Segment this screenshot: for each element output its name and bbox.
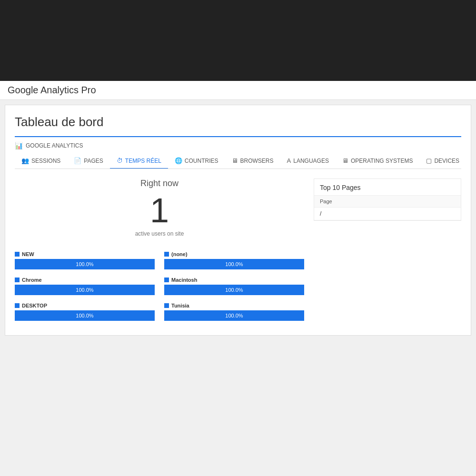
active-users-label: active users on site	[15, 230, 304, 237]
metric-label-5: Tunisia	[164, 303, 304, 308]
content-area: Right now 1 active users on site NEW100.…	[15, 178, 461, 321]
tab-label-pages: PAGES	[84, 158, 103, 164]
metric-label-text-0: NEW	[22, 251, 34, 257]
metric-bar-container-2: 100.0%	[15, 285, 155, 295]
metric-label-text-5: Tunisia	[171, 303, 189, 308]
tab-icon-operating-systems: 🖥	[342, 157, 348, 164]
metric-bar-container-1: 100.0%	[164, 259, 304, 269]
metric-label-text-2: Chrome	[22, 277, 42, 283]
metric-item-2: Chrome100.0%	[15, 277, 155, 295]
tab-icon-languages: A	[287, 157, 291, 164]
right-now-title: Right now	[15, 178, 304, 188]
tabs-container: 👥SESSIONS📄PAGES⏱TEMPS RÉEL🌐COUNTRIES🖥BRO…	[15, 153, 461, 169]
metric-label-0: NEW	[15, 251, 155, 257]
metric-bar-1: 100.0%	[164, 259, 304, 269]
metric-label-text-1: (none)	[171, 251, 188, 257]
top-bar	[0, 0, 476, 81]
metric-bar-container-3: 100.0%	[164, 285, 304, 295]
metric-dot-3	[164, 278, 169, 282]
tab-icon-pages: 📄	[74, 157, 81, 164]
metrics-grid: NEW100.0%(none)100.0%Chrome100.0%Macinto…	[15, 251, 304, 321]
metric-dot-5	[164, 303, 169, 308]
metric-item-3: Macintosh100.0%	[164, 277, 304, 295]
metric-label-3: Macintosh	[164, 277, 304, 283]
tab-browsers[interactable]: 🖥BROWSERS	[225, 153, 280, 169]
metric-bar-5: 100.0%	[164, 310, 304, 321]
right-panel: Top 10 Pages Page /	[314, 178, 461, 321]
tab-label-languages: LANGUAGES	[293, 158, 329, 164]
metric-dot-1	[164, 252, 169, 257]
metric-bar-0: 100.0%	[15, 259, 155, 269]
top10-row-0: /	[314, 208, 461, 220]
left-panel: Right now 1 active users on site NEW100.…	[15, 178, 304, 321]
metric-label-2: Chrome	[15, 277, 155, 283]
metric-item-1: (none)100.0%	[164, 251, 304, 269]
tab-label-browsers: BROWSERS	[240, 158, 274, 164]
main-container: Tableau de bord 📊 GOOGLE ANALYTICS 👥SESS…	[5, 105, 471, 336]
metric-bar-4: 100.0%	[15, 310, 155, 321]
tab-devices[interactable]: ▢DEVICES	[419, 153, 461, 169]
tab-countries[interactable]: 🌐COUNTRIES	[168, 153, 225, 169]
metric-label-text-4: DESKTOP	[22, 303, 47, 308]
top10-col-page: Page	[314, 196, 461, 208]
tab-operating-systems[interactable]: 🖥OPERATING SYSTEMS	[336, 153, 419, 169]
ga-label: 📊 GOOGLE ANALYTICS	[15, 142, 461, 149]
top10-title: Top 10 Pages	[314, 179, 461, 195]
metric-dot-0	[15, 252, 20, 257]
metric-label-text-3: Macintosh	[171, 277, 197, 283]
metric-item-4: DESKTOP100.0%	[15, 303, 155, 321]
blue-divider	[15, 136, 461, 137]
ga-label-text: GOOGLE ANALYTICS	[26, 142, 83, 149]
tab-languages[interactable]: ALANGUAGES	[280, 153, 336, 169]
dashboard-title: Tableau de bord	[15, 115, 461, 129]
metric-label-1: (none)	[164, 251, 304, 257]
footer-bg	[0, 340, 476, 464]
metric-item-0: NEW100.0%	[15, 251, 155, 269]
tab-icon-devices: ▢	[426, 157, 432, 164]
metric-dot-2	[15, 278, 20, 282]
page-title-bar: Google Analytics Pro	[0, 81, 476, 100]
tab-pages[interactable]: 📄PAGES	[67, 153, 109, 169]
top10-cell-page-0: /	[314, 208, 461, 220]
metric-bar-container-0: 100.0%	[15, 259, 155, 269]
metric-item-5: Tunisia100.0%	[164, 303, 304, 321]
tab-temps-reel[interactable]: ⏱TEMPS RÉEL	[110, 153, 168, 169]
tab-label-devices: DEVICES	[434, 158, 459, 164]
tab-icon-browsers: 🖥	[232, 157, 238, 164]
bar-chart-icon: 📊	[15, 142, 23, 149]
top10-table: Page /	[314, 195, 461, 220]
metric-dot-4	[15, 303, 20, 308]
tab-label-countries: COUNTRIES	[185, 158, 218, 164]
tab-sessions[interactable]: 👥SESSIONS	[15, 153, 67, 169]
metric-bar-3: 100.0%	[164, 285, 304, 295]
tab-icon-temps-reel: ⏱	[117, 157, 123, 164]
right-now-section: Right now 1 active users on site	[15, 178, 304, 237]
metric-label-4: DESKTOP	[15, 303, 155, 308]
metric-bar-container-5: 100.0%	[164, 310, 304, 321]
tab-icon-countries: 🌐	[175, 157, 182, 164]
page-title: Google Analytics Pro	[8, 85, 468, 96]
metric-bar-container-4: 100.0%	[15, 310, 155, 321]
metric-bar-2: 100.0%	[15, 285, 155, 295]
tab-label-temps-reel: TEMPS RÉEL	[125, 158, 161, 164]
active-users-count: 1	[15, 193, 304, 228]
tab-label-sessions: SESSIONS	[31, 158, 60, 164]
tab-label-operating-systems: OPERATING SYSTEMS	[351, 158, 413, 164]
top10-section: Top 10 Pages Page /	[314, 178, 461, 221]
tab-icon-sessions: 👥	[21, 157, 29, 164]
